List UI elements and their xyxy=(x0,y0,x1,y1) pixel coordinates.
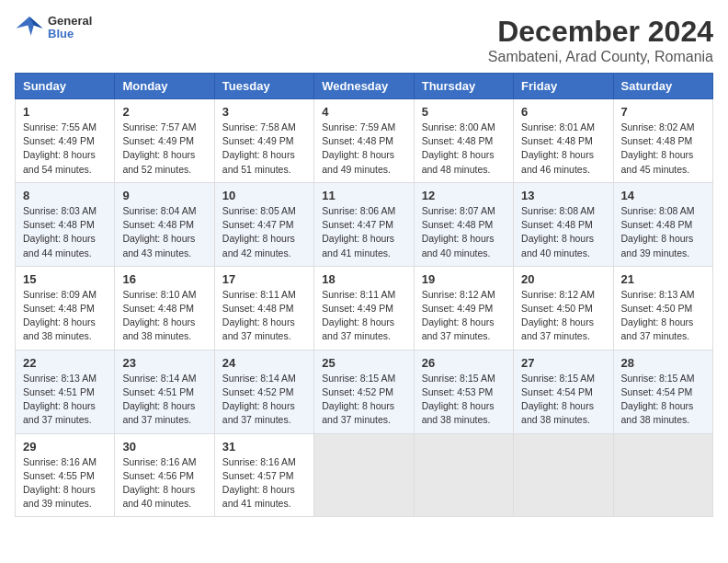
calendar-table: SundayMondayTuesdayWednesdayThursdayFrid… xyxy=(15,73,713,517)
day-number: 6 xyxy=(521,105,605,119)
calendar-cell: 12Sunrise: 8:07 AM Sunset: 4:48 PM Dayli… xyxy=(414,182,513,266)
day-info: Sunrise: 8:16 AM Sunset: 4:55 PM Dayligh… xyxy=(23,455,107,511)
calendar-cell: 3Sunrise: 7:58 AM Sunset: 4:49 PM Daylig… xyxy=(214,99,313,183)
weekday-header: Tuesday xyxy=(214,74,313,99)
day-info: Sunrise: 8:09 AM Sunset: 4:48 PM Dayligh… xyxy=(23,288,107,344)
calendar-week-row: 29Sunrise: 8:16 AM Sunset: 4:55 PM Dayli… xyxy=(16,433,713,517)
calendar-week-row: 15Sunrise: 8:09 AM Sunset: 4:48 PM Dayli… xyxy=(16,266,713,350)
day-info: Sunrise: 8:04 AM Sunset: 4:48 PM Dayligh… xyxy=(122,204,206,260)
weekday-header: Thursday xyxy=(414,74,513,99)
calendar-cell: 28Sunrise: 8:15 AM Sunset: 4:54 PM Dayli… xyxy=(613,350,712,433)
day-info: Sunrise: 8:16 AM Sunset: 4:56 PM Dayligh… xyxy=(122,455,206,511)
day-number: 13 xyxy=(521,189,605,202)
day-number: 7 xyxy=(621,105,705,119)
page-subtitle: Sambateni, Arad County, Romania xyxy=(488,49,713,65)
day-number: 19 xyxy=(422,272,506,286)
day-info: Sunrise: 8:08 AM Sunset: 4:48 PM Dayligh… xyxy=(621,204,705,260)
day-info: Sunrise: 8:07 AM Sunset: 4:48 PM Dayligh… xyxy=(422,204,506,260)
day-info: Sunrise: 8:11 AM Sunset: 4:49 PM Dayligh… xyxy=(322,288,405,344)
day-info: Sunrise: 7:59 AM Sunset: 4:48 PM Dayligh… xyxy=(322,121,405,177)
calendar-cell: 20Sunrise: 8:12 AM Sunset: 4:50 PM Dayli… xyxy=(514,266,613,350)
title-block: December 2024 Sambateni, Arad County, Ro… xyxy=(488,15,713,65)
day-info: Sunrise: 8:12 AM Sunset: 4:50 PM Dayligh… xyxy=(521,288,605,344)
calendar-cell: 14Sunrise: 8:08 AM Sunset: 4:48 PM Dayli… xyxy=(613,182,712,266)
calendar-cell xyxy=(514,433,613,517)
calendar-cell: 30Sunrise: 8:16 AM Sunset: 4:56 PM Dayli… xyxy=(115,433,214,517)
calendar-cell: 15Sunrise: 8:09 AM Sunset: 4:48 PM Dayli… xyxy=(16,266,115,350)
day-info: Sunrise: 8:13 AM Sunset: 4:51 PM Dayligh… xyxy=(23,372,107,428)
calendar-cell: 1Sunrise: 7:55 AM Sunset: 4:49 PM Daylig… xyxy=(16,99,115,183)
calendar-cell xyxy=(314,433,414,517)
day-info: Sunrise: 8:10 AM Sunset: 4:48 PM Dayligh… xyxy=(122,288,206,344)
logo-text: General Blue xyxy=(48,15,92,41)
calendar-cell: 8Sunrise: 8:03 AM Sunset: 4:48 PM Daylig… xyxy=(16,182,115,266)
calendar-cell: 6Sunrise: 8:01 AM Sunset: 4:48 PM Daylig… xyxy=(514,99,613,183)
calendar-week-row: 22Sunrise: 8:13 AM Sunset: 4:51 PM Dayli… xyxy=(16,350,713,433)
day-number: 17 xyxy=(222,272,306,286)
day-info: Sunrise: 8:08 AM Sunset: 4:48 PM Dayligh… xyxy=(521,204,605,260)
calendar-cell: 29Sunrise: 8:16 AM Sunset: 4:55 PM Dayli… xyxy=(16,433,115,517)
day-number: 1 xyxy=(23,105,107,119)
calendar-week-row: 8Sunrise: 8:03 AM Sunset: 4:48 PM Daylig… xyxy=(16,182,713,266)
calendar-cell: 13Sunrise: 8:08 AM Sunset: 4:48 PM Dayli… xyxy=(514,182,613,266)
day-info: Sunrise: 8:16 AM Sunset: 4:57 PM Dayligh… xyxy=(222,455,306,511)
day-info: Sunrise: 7:57 AM Sunset: 4:49 PM Dayligh… xyxy=(122,121,206,177)
calendar-cell: 17Sunrise: 8:11 AM Sunset: 4:48 PM Dayli… xyxy=(214,266,313,350)
day-info: Sunrise: 8:12 AM Sunset: 4:49 PM Dayligh… xyxy=(422,288,506,344)
day-number: 26 xyxy=(422,356,506,370)
day-info: Sunrise: 8:01 AM Sunset: 4:48 PM Dayligh… xyxy=(521,121,605,177)
day-info: Sunrise: 8:15 AM Sunset: 4:54 PM Dayligh… xyxy=(621,372,705,428)
day-number: 2 xyxy=(122,105,206,119)
calendar-cell: 7Sunrise: 8:02 AM Sunset: 4:48 PM Daylig… xyxy=(613,99,712,183)
day-info: Sunrise: 8:05 AM Sunset: 4:47 PM Dayligh… xyxy=(222,204,306,260)
calendar-cell: 9Sunrise: 8:04 AM Sunset: 4:48 PM Daylig… xyxy=(115,182,214,266)
calendar-cell: 26Sunrise: 8:15 AM Sunset: 4:53 PM Dayli… xyxy=(414,350,513,433)
day-number: 9 xyxy=(122,189,206,202)
calendar-cell: 18Sunrise: 8:11 AM Sunset: 4:49 PM Dayli… xyxy=(314,266,414,350)
day-number: 25 xyxy=(322,356,405,370)
calendar-cell: 31Sunrise: 8:16 AM Sunset: 4:57 PM Dayli… xyxy=(214,433,313,517)
logo-icon xyxy=(15,15,44,40)
calendar-cell: 16Sunrise: 8:10 AM Sunset: 4:48 PM Dayli… xyxy=(115,266,214,350)
day-info: Sunrise: 7:55 AM Sunset: 4:49 PM Dayligh… xyxy=(23,121,107,177)
calendar-cell: 11Sunrise: 8:06 AM Sunset: 4:47 PM Dayli… xyxy=(314,182,414,266)
day-number: 8 xyxy=(23,189,107,202)
day-info: Sunrise: 8:13 AM Sunset: 4:50 PM Dayligh… xyxy=(621,288,705,344)
weekday-header: Friday xyxy=(514,74,613,99)
day-info: Sunrise: 8:14 AM Sunset: 4:52 PM Dayligh… xyxy=(222,372,306,428)
day-info: Sunrise: 8:15 AM Sunset: 4:53 PM Dayligh… xyxy=(422,372,506,428)
day-number: 28 xyxy=(621,356,705,370)
day-number: 29 xyxy=(23,440,107,454)
day-number: 15 xyxy=(23,272,107,286)
calendar-cell: 5Sunrise: 8:00 AM Sunset: 4:48 PM Daylig… xyxy=(414,99,513,183)
weekday-header: Monday xyxy=(115,74,214,99)
day-info: Sunrise: 8:03 AM Sunset: 4:48 PM Dayligh… xyxy=(23,204,107,260)
calendar-cell: 23Sunrise: 8:14 AM Sunset: 4:51 PM Dayli… xyxy=(115,350,214,433)
day-info: Sunrise: 8:15 AM Sunset: 4:52 PM Dayligh… xyxy=(322,372,405,428)
calendar-cell xyxy=(613,433,712,517)
calendar-cell: 21Sunrise: 8:13 AM Sunset: 4:50 PM Dayli… xyxy=(613,266,712,350)
day-number: 5 xyxy=(422,105,506,119)
calendar-week-row: 1Sunrise: 7:55 AM Sunset: 4:49 PM Daylig… xyxy=(16,99,713,183)
day-number: 14 xyxy=(621,189,705,202)
calendar-cell: 2Sunrise: 7:57 AM Sunset: 4:49 PM Daylig… xyxy=(115,99,214,183)
day-number: 30 xyxy=(122,440,206,454)
day-info: Sunrise: 7:58 AM Sunset: 4:49 PM Dayligh… xyxy=(222,121,306,177)
day-info: Sunrise: 8:02 AM Sunset: 4:48 PM Dayligh… xyxy=(621,121,705,177)
weekday-header: Wednesday xyxy=(314,74,414,99)
day-number: 16 xyxy=(122,272,206,286)
page-header: General Blue December 2024 Sambateni, Ar… xyxy=(15,15,713,65)
calendar-cell: 22Sunrise: 8:13 AM Sunset: 4:51 PM Dayli… xyxy=(16,350,115,433)
day-number: 18 xyxy=(322,272,405,286)
day-number: 21 xyxy=(621,272,705,286)
day-number: 20 xyxy=(521,272,605,286)
calendar-cell: 19Sunrise: 8:12 AM Sunset: 4:49 PM Dayli… xyxy=(414,266,513,350)
day-number: 23 xyxy=(122,356,206,370)
weekday-header: Saturday xyxy=(613,74,712,99)
page-title: December 2024 xyxy=(488,15,713,49)
calendar-cell: 25Sunrise: 8:15 AM Sunset: 4:52 PM Dayli… xyxy=(314,350,414,433)
day-number: 3 xyxy=(222,105,306,119)
day-number: 11 xyxy=(322,189,405,202)
calendar-cell: 4Sunrise: 7:59 AM Sunset: 4:48 PM Daylig… xyxy=(314,99,414,183)
logo: General Blue xyxy=(15,15,92,41)
